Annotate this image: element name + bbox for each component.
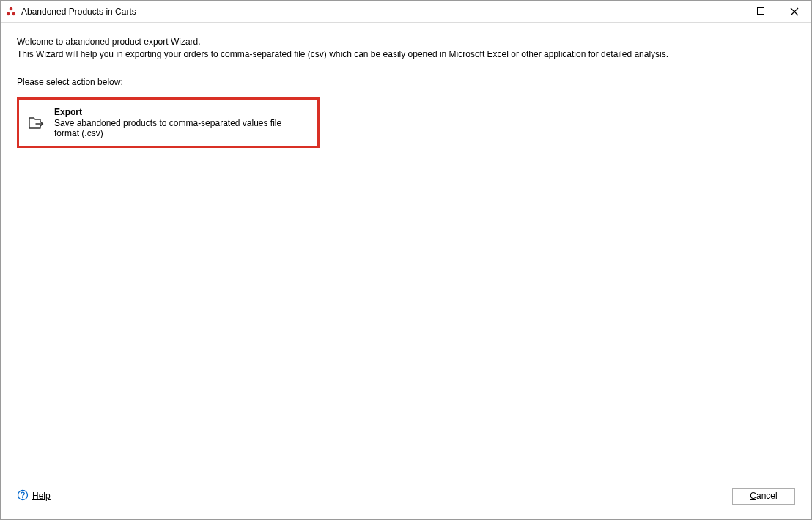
help-link[interactable]: Help [17,489,51,503]
intro-line-2: This Wizard will help you in exporting y… [17,48,795,61]
export-action[interactable]: Export Save abandoned products to comma-… [17,97,320,148]
maximize-icon [757,7,765,15]
cancel-button-label: Cancel [750,491,777,501]
svg-point-2 [12,12,16,15]
export-icon [28,115,44,131]
svg-point-0 [10,7,13,10]
help-icon [17,489,29,503]
export-action-title: Export [54,107,309,117]
intro-text: Welcome to abandoned product export Wiza… [17,36,795,61]
maximize-button[interactable] [744,1,778,22]
wizard-content: Welcome to abandoned product export Wiza… [1,23,811,483]
app-icon [5,6,17,18]
export-action-description: Save abandoned products to comma-separat… [54,118,309,138]
wizard-footer: Help Cancel [1,483,811,519]
svg-rect-3 [757,8,764,15]
window-title: Abandoned Products in Carts [21,7,744,17]
select-action-label: Please select action below: [17,77,795,87]
export-action-text: Export Save abandoned products to comma-… [54,107,309,138]
close-icon [790,7,799,16]
window-controls [744,1,811,22]
titlebar: Abandoned Products in Carts [1,1,811,23]
svg-point-7 [22,497,23,498]
svg-point-1 [7,12,10,15]
close-button[interactable] [778,1,811,22]
intro-line-1: Welcome to abandoned product export Wiza… [17,36,795,48]
cancel-button[interactable]: Cancel [732,488,795,505]
help-label: Help [32,491,51,501]
wizard-window: Abandoned Products in Carts Welcome to a… [0,0,812,520]
